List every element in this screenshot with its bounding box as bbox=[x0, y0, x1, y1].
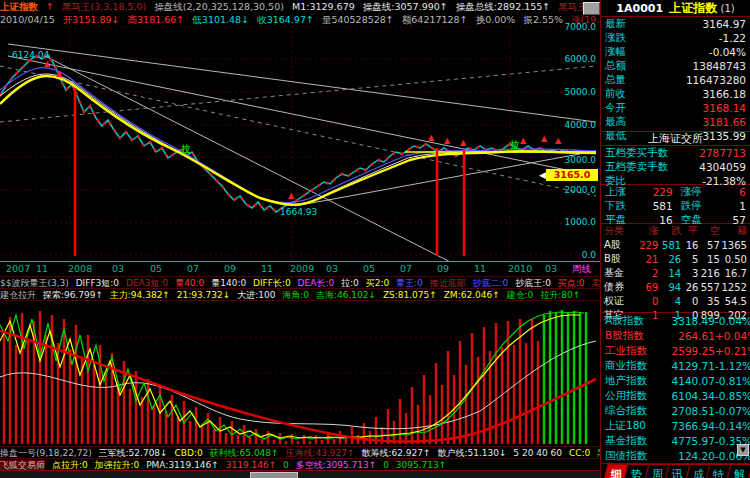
index-list-scroll-down[interactable]: ▼ bbox=[737, 444, 749, 456]
ad-label: 上涨 bbox=[605, 185, 642, 199]
sector-up: 69 bbox=[635, 282, 658, 293]
indicator2-field: 拉升:80↑ bbox=[540, 290, 580, 300]
ad-value: 1 bbox=[709, 200, 746, 212]
index-row[interactable]: 商业指数4129.71-1.12% bbox=[601, 358, 750, 373]
index-list: A股指数3318.49-0.04% B股指数264.61+0.04% 工业指数2… bbox=[601, 313, 750, 464]
indicator1-field: 拉:0 bbox=[341, 278, 359, 288]
indicator2-field: 大进:100 bbox=[237, 290, 275, 300]
index-change: +0.04% bbox=[715, 330, 746, 342]
sector-up: 0 bbox=[635, 296, 658, 307]
sector-row: A股 229 581 16 57 1365 bbox=[601, 238, 750, 252]
index-row[interactable]: 基金指数4775.97-0.35% bbox=[601, 433, 750, 448]
x-tick: 2010 bbox=[508, 262, 532, 276]
main-price-chart[interactable]: 6124.04 1664.93 拉 拉 ▲ ▲ ▲ ▲ ▲ ▲ ▲ ▲ ▲ 70… bbox=[0, 26, 600, 262]
ad-value: 581 bbox=[642, 200, 673, 212]
index-change: +0.21% bbox=[715, 345, 746, 357]
price-tag-arrow-icon: ◀ bbox=[539, 169, 546, 181]
indicator2-field: 海角:0 bbox=[282, 290, 309, 300]
sector-amount: 1252 bbox=[720, 282, 747, 293]
trough-price-label: 1664.93 bbox=[280, 207, 317, 217]
x-tick: 03 bbox=[326, 262, 338, 276]
index-row[interactable]: 地产指数4140.07-0.81% bbox=[601, 373, 750, 388]
index-name: 地产指数 bbox=[605, 374, 668, 388]
index-name: A股指数 bbox=[605, 314, 668, 328]
sector-up: 229 bbox=[635, 240, 658, 251]
x-tick: 11 bbox=[261, 262, 273, 276]
advance-decline-row: 下跌581 跌停1 bbox=[601, 199, 750, 213]
pull-signal-label-2: 拉 bbox=[510, 140, 519, 150]
header-line2: 2010/04/15 开3151.89↓ 高3181.66↑ 低3101.48↓… bbox=[0, 13, 600, 26]
index-name: 上证180 bbox=[605, 419, 668, 433]
x-tick: 2008 bbox=[68, 262, 92, 276]
indicator1-field: 抄底王:0 bbox=[515, 278, 551, 288]
indicator3-field: 三军线:52.708↓ bbox=[99, 448, 168, 458]
indicator2-field: ZM:62.046↑ bbox=[444, 290, 500, 300]
index-row[interactable]: 上证1807366.94-0.14% bbox=[601, 418, 750, 433]
x-tick: 09 bbox=[437, 262, 449, 276]
tab-label: 细 bbox=[611, 467, 622, 478]
sector-amount: 16.7 bbox=[720, 268, 747, 279]
exchange-rows: 五档委买手数2787713 五档委卖手数4304059 委比-21.38% bbox=[601, 146, 750, 185]
quote-row: 今开3168.14 bbox=[601, 101, 750, 115]
ad-value: 229 bbox=[642, 186, 673, 198]
advance-decline-rows: 上涨229 涨停6 下跌581 跌停1 平盘16 空盘57 bbox=[601, 185, 750, 224]
caopan-line-value: 操盘线:3057.990↑ bbox=[363, 1, 448, 12]
advance-decline-row: 上涨229 涨停6 bbox=[601, 185, 750, 199]
indicator3-field: 5 20 40 60 bbox=[513, 448, 562, 458]
pull-signal-label-1: 拉 bbox=[181, 144, 190, 154]
index-row[interactable]: 工业指数2599.25+0.21% bbox=[601, 343, 750, 358]
panel-corner-button[interactable] bbox=[583, 2, 600, 15]
sector-row: 债券 69 94 26 557 1252 bbox=[601, 280, 750, 294]
buy-signal-icon: ▲ bbox=[428, 134, 434, 142]
quote-value: -0.04% bbox=[709, 46, 746, 58]
quote-panel: 1A0001 上证指数 (1) 最新3164.97 涨跌-1.22 涨幅-0.0… bbox=[600, 0, 750, 478]
x-tick: 07 bbox=[400, 262, 412, 276]
index-value: 7366.94 bbox=[668, 420, 715, 432]
x-tick: 2009 bbox=[290, 262, 314, 276]
tab-label: 讯 bbox=[672, 467, 683, 478]
indicator1-field: 接近底部 bbox=[430, 278, 466, 288]
index-change: -0.85% bbox=[715, 390, 746, 402]
indicator2-field: ZS:81.075↑ bbox=[383, 290, 437, 300]
quote-row: 涨幅-0.04% bbox=[601, 45, 750, 59]
indicator1-field: 抄底二:0 bbox=[473, 278, 509, 288]
sector-down: 4 bbox=[658, 296, 681, 307]
indicator1-status-row: $$波段量王(3,3) DIFF3短:0 DEA3短:0 量40:0 量140:… bbox=[0, 276, 600, 288]
period-label: 周线 bbox=[572, 262, 591, 276]
scrollbar-thumb[interactable] bbox=[250, 472, 298, 478]
indicator-chart[interactable] bbox=[0, 300, 600, 446]
sector-open: 57 bbox=[698, 240, 719, 251]
app-root: 上证指数 ↑ 黑马王(3,3,18,5,0) 操盘线(2,20,325,128,… bbox=[0, 0, 750, 478]
indicator3-status-row: 操盘一号(9,18,22,72) 三军线:52.708↓ CBD:0 获利线:6… bbox=[0, 446, 600, 458]
indicator-param-1: 黑马王(3,3,18,5,0) bbox=[62, 1, 146, 12]
high-value: 高3181.66↑ bbox=[128, 14, 185, 25]
amount-value: 额64217128↑ bbox=[402, 14, 468, 25]
index-row[interactable]: 综合指数2708.51-0.07% bbox=[601, 403, 750, 418]
index-change: -0.14% bbox=[715, 420, 746, 432]
x-tick: 2007 bbox=[6, 262, 30, 276]
quote-value: 3135.99 bbox=[703, 130, 746, 142]
col-header: 分类 bbox=[604, 224, 635, 238]
index-row[interactable]: 国债指数124.20-0.06% bbox=[601, 448, 750, 463]
x-axis: 2007 11 2008 03 05 07 09 11 2009 03 05 0… bbox=[0, 262, 600, 276]
turnover-value: 换0.00% bbox=[476, 14, 516, 25]
y-axis-label: 6000.0 bbox=[544, 54, 596, 64]
indicator-param-2: 操盘线(2,20,325,128,30,50) bbox=[154, 1, 284, 12]
indicator1-field: DIFF长:0 bbox=[253, 278, 291, 288]
index-row[interactable]: 公用指数6104.34-0.85% bbox=[601, 388, 750, 403]
index-row[interactable]: B股指数264.61+0.04% bbox=[601, 328, 750, 343]
horizontal-scrollbar[interactable] bbox=[0, 470, 600, 478]
index-value: 4775.97 bbox=[668, 435, 715, 447]
indicator3-field: 散户线:51.130↓ bbox=[437, 448, 506, 458]
sector-name: 权证 bbox=[604, 294, 635, 308]
sector-down: 94 bbox=[658, 282, 681, 293]
exchange-row: 五档委卖手数4304059 bbox=[601, 160, 750, 174]
indicator1-field: DEA长:0 bbox=[298, 278, 335, 288]
index-row[interactable]: A股指数3318.49-0.04% bbox=[601, 313, 750, 328]
tab-label: 解 bbox=[733, 467, 744, 478]
stock-code: 1A0001 bbox=[616, 2, 663, 15]
sector-amount: 0.50 bbox=[720, 254, 747, 265]
buy-signal-icon: ▲ bbox=[44, 60, 50, 68]
tab-label: 周 bbox=[652, 467, 663, 478]
buy-signal-icon: ▲ bbox=[460, 139, 466, 147]
